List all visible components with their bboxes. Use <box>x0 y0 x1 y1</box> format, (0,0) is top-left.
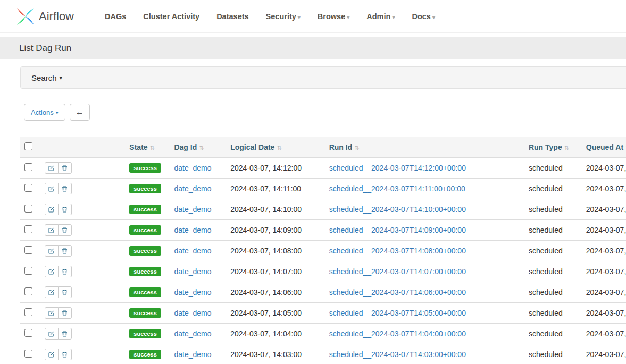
run-id-link[interactable]: scheduled__2024-03-07T14:10:00+00:00 <box>329 205 466 214</box>
dag-id-link[interactable]: date_demo <box>174 288 211 297</box>
back-button[interactable]: ← <box>70 104 90 121</box>
delete-button[interactable] <box>58 224 72 236</box>
edit-button[interactable] <box>45 204 59 215</box>
column-header[interactable]: Logical Date⇅ <box>226 137 325 158</box>
actions-cell <box>40 241 126 261</box>
edit-button[interactable] <box>45 328 59 340</box>
nav-item[interactable]: Cluster Activity <box>135 7 208 26</box>
column-header[interactable]: Run Id⇅ <box>325 137 524 158</box>
row-checkbox[interactable] <box>24 225 32 233</box>
edit-button[interactable] <box>45 286 59 298</box>
dag-id-link[interactable]: date_demo <box>174 267 211 276</box>
dag-id-cell: date_demo <box>170 220 226 241</box>
actions-cell <box>40 220 126 241</box>
dag-id-cell: date_demo <box>170 303 226 324</box>
delete-button[interactable] <box>58 286 72 298</box>
edit-button[interactable] <box>45 349 59 360</box>
nav-item[interactable]: Datasets <box>208 7 257 26</box>
status-badge: success <box>129 350 161 359</box>
run-id-link[interactable]: scheduled__2024-03-07T14:04:00+00:00 <box>329 329 466 338</box>
nav-item[interactable]: DAGs <box>96 7 135 26</box>
row-checkbox[interactable] <box>24 205 32 213</box>
dag-id-link[interactable]: date_demo <box>174 184 211 193</box>
brand[interactable]: Airflow <box>15 6 74 27</box>
dag-id-link[interactable]: date_demo <box>174 226 211 234</box>
status-badge: success <box>129 225 161 235</box>
delete-button[interactable] <box>58 183 72 194</box>
logical-date-cell: 2024-03-07, 14:06:00 <box>226 282 325 303</box>
sort-icon: ⇅ <box>150 145 155 151</box>
nav-item[interactable]: Docs▾ <box>403 7 444 26</box>
run-id-link[interactable]: scheduled__2024-03-07T14:06:00+00:00 <box>329 288 466 297</box>
edit-button[interactable] <box>45 183 59 194</box>
actions-cell <box>40 158 126 179</box>
run-type-cell: scheduled <box>524 261 582 282</box>
nav-item-label: Docs <box>412 12 430 21</box>
column-header[interactable]: Dag Id⇅ <box>170 137 226 158</box>
nav-item[interactable]: Security▾ <box>257 7 309 26</box>
dag-id-link[interactable]: date_demo <box>174 350 211 359</box>
nav-item[interactable]: Browse▾ <box>309 7 358 26</box>
logical-date-cell: 2024-03-07, 14:09:00 <box>226 220 325 241</box>
logical-date-cell: 2024-03-07, 14:11:00 <box>226 179 325 199</box>
edit-button[interactable] <box>45 162 59 174</box>
dag-id-link[interactable]: date_demo <box>174 309 211 317</box>
run-id-link[interactable]: scheduled__2024-03-07T14:08:00+00:00 <box>329 247 466 255</box>
delete-button[interactable] <box>58 266 72 277</box>
run-id-link[interactable]: scheduled__2024-03-07T14:05:00+00:00 <box>329 309 466 317</box>
row-checkbox[interactable] <box>24 329 32 337</box>
run-id-link[interactable]: scheduled__2024-03-07T14:12:00+00:00 <box>329 164 466 172</box>
row-checkbox[interactable] <box>24 287 32 295</box>
actions-cell <box>40 324 126 344</box>
nav-item-label: Security <box>266 12 296 21</box>
run-id-link[interactable]: scheduled__2024-03-07T14:11:00+00:00 <box>329 184 465 193</box>
run-id-link[interactable]: scheduled__2024-03-07T14:03:00+00:00 <box>329 350 466 359</box>
delete-button[interactable] <box>58 245 72 257</box>
select-all-checkbox[interactable] <box>24 142 32 150</box>
chevron-down-icon: ▾ <box>60 74 63 81</box>
checkbox-cell <box>20 179 40 199</box>
dag-id-cell: date_demo <box>170 158 226 179</box>
actions-button[interactable]: Actions ▾ <box>24 104 65 121</box>
row-checkbox[interactable] <box>24 267 32 275</box>
delete-button[interactable] <box>58 307 72 319</box>
dag-run-table: State⇅ Dag Id⇅ Logical Date⇅ Run Id⇅ Run… <box>20 137 626 364</box>
column-header[interactable]: Queued At⇅ <box>582 137 626 158</box>
state-cell: success <box>125 199 170 220</box>
status-badge: success <box>129 184 161 193</box>
run-id-cell: scheduled__2024-03-07T14:09:00+00:00 <box>325 220 524 241</box>
dag-id-link[interactable]: date_demo <box>174 164 211 172</box>
table-row: success date_demo 2024-03-07, 14:03:00 s… <box>20 344 626 364</box>
edit-button[interactable] <box>45 224 59 236</box>
run-id-link[interactable]: scheduled__2024-03-07T14:07:00+00:00 <box>329 267 466 276</box>
nav-item[interactable]: Admin▾ <box>358 7 403 26</box>
run-id-link[interactable]: scheduled__2024-03-07T14:09:00+00:00 <box>329 226 466 234</box>
edit-button[interactable] <box>45 266 59 277</box>
dag-id-link[interactable]: date_demo <box>174 329 211 338</box>
edit-button[interactable] <box>45 307 59 319</box>
delete-button[interactable] <box>58 162 72 174</box>
queued-at-cell: 2024-03-07, 14:11:00 <box>582 199 626 220</box>
run-id-cell: scheduled__2024-03-07T14:08:00+00:00 <box>325 241 524 261</box>
delete-button[interactable] <box>58 349 72 360</box>
status-badge: success <box>129 267 161 276</box>
column-header[interactable]: State⇅ <box>125 137 170 158</box>
state-cell: success <box>125 344 170 364</box>
table-row: success date_demo 2024-03-07, 14:04:00 s… <box>20 324 626 344</box>
row-checkbox[interactable] <box>24 308 32 316</box>
row-checkbox[interactable] <box>24 163 32 171</box>
logical-date-cell: 2024-03-07, 14:07:00 <box>226 261 325 282</box>
search-toggle[interactable]: Search ▾ <box>20 66 626 89</box>
row-checkbox[interactable] <box>24 184 32 192</box>
run-id-cell: scheduled__2024-03-07T14:04:00+00:00 <box>325 324 524 344</box>
row-checkbox[interactable] <box>24 350 32 358</box>
row-checkbox[interactable] <box>24 246 32 254</box>
dag-id-link[interactable]: date_demo <box>174 247 211 255</box>
dag-id-link[interactable]: date_demo <box>174 205 211 214</box>
column-header[interactable]: Run Type⇅ <box>524 137 582 158</box>
edit-button[interactable] <box>45 245 59 257</box>
delete-button[interactable] <box>58 204 72 215</box>
state-cell: success <box>125 282 170 303</box>
toolbar: Actions ▾ ← <box>24 104 626 121</box>
delete-button[interactable] <box>58 328 72 340</box>
